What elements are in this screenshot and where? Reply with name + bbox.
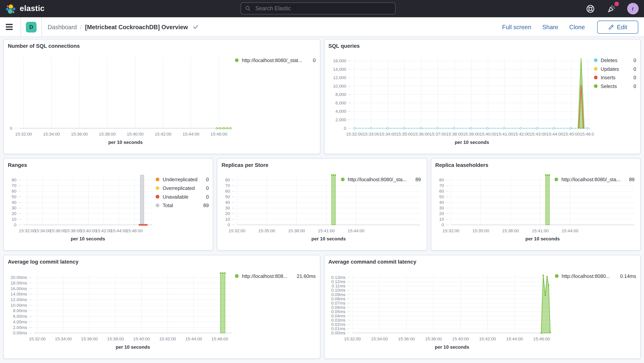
legend-value: 0 xyxy=(206,185,209,191)
svg-text:10.00ms: 10.00ms xyxy=(11,303,27,308)
svg-text:60: 60 xyxy=(439,189,444,194)
svg-text:60: 60 xyxy=(225,189,230,194)
avatar[interactable]: r xyxy=(627,3,639,15)
appbar-right: r xyxy=(584,3,644,15)
divider xyxy=(20,17,21,37)
svg-text:4.00ms: 4.00ms xyxy=(13,319,27,324)
full-screen-button[interactable]: Full screen xyxy=(502,24,531,30)
svg-text:10: 10 xyxy=(12,217,16,222)
legend-item[interactable]: Overreplicated0 xyxy=(156,184,209,192)
svg-text:15:44:00: 15:44:00 xyxy=(562,228,578,233)
svg-text:0.00ms: 0.00ms xyxy=(13,330,27,335)
breadcrumb-dashboard[interactable]: Dashboard xyxy=(48,24,77,30)
svg-text:30: 30 xyxy=(439,206,444,210)
svg-text:15:40:00: 15:40:00 xyxy=(127,132,144,137)
legend-item[interactable]: http://localhost:8080...0.14ms xyxy=(555,272,636,280)
svg-text:0.03ms: 0.03ms xyxy=(331,318,345,322)
legend-item[interactable]: http://localhost:808...21.60ms xyxy=(235,272,316,280)
chart-average-log-commit-latency[interactable]: 0.00ms2.00ms4.00ms6.00ms8.00ms10.00ms12.… xyxy=(8,267,235,354)
svg-text:15:34:00: 15:34:00 xyxy=(55,336,72,341)
legend-dot-icon xyxy=(235,274,239,278)
svg-text:0.10ms: 0.10ms xyxy=(331,288,345,293)
svg-text:15:44:00: 15:44:00 xyxy=(182,132,200,137)
svg-text:15:35:00: 15:35:00 xyxy=(258,228,275,233)
kibana-app: elastic xyxy=(0,0,644,363)
legend-item[interactable]: http://localhost:8080/_stat...0 xyxy=(235,56,316,65)
svg-text:20.00ms: 20.00ms xyxy=(11,275,27,280)
legend-dot-icon xyxy=(594,58,598,62)
legend-dot-icon xyxy=(594,67,598,71)
svg-text:15:42:00: 15:42:00 xyxy=(159,336,176,341)
legend-item[interactable]: http://localhost:8080/_sta...89 xyxy=(341,175,421,184)
svg-text:15:32:00: 15:32:00 xyxy=(15,132,32,137)
legend-dot-icon xyxy=(156,203,160,207)
panel-title: Number of SQL connections xyxy=(8,43,316,49)
svg-text:15:44:00: 15:44:00 xyxy=(348,228,364,233)
elastic-logo-icon xyxy=(6,4,16,14)
legend-label: http://localhost:8080/_sta... xyxy=(348,177,412,182)
legend-value: 0 xyxy=(633,83,636,89)
legend-value: 0 xyxy=(633,66,636,72)
space-badge[interactable]: D xyxy=(26,22,36,32)
svg-text:80: 80 xyxy=(439,178,444,182)
clone-button[interactable]: Clone xyxy=(569,24,585,30)
chart-legend: http://localhost:808...21.60ms xyxy=(235,267,316,354)
chart-number-of-sql-connections[interactable]: 015:32:0015:34:0015:36:0015:38:0015:40:0… xyxy=(8,51,235,150)
svg-text:12.00ms: 12.00ms xyxy=(11,297,27,302)
menu-button[interactable] xyxy=(6,22,16,32)
svg-text:15:36:00: 15:36:00 xyxy=(81,336,98,341)
svg-text:6.00ms: 6.00ms xyxy=(13,314,27,319)
svg-text:15:36:00: 15:36:00 xyxy=(412,132,429,137)
svg-text:30: 30 xyxy=(225,206,230,210)
svg-text:15:41:00: 15:41:00 xyxy=(532,228,548,233)
legend-dot-icon xyxy=(156,195,160,199)
legend-dot-icon xyxy=(554,178,558,181)
svg-text:per 10 seconds: per 10 seconds xyxy=(434,344,469,350)
svg-text:2,000: 2,000 xyxy=(335,117,346,122)
svg-text:0: 0 xyxy=(10,126,12,131)
legend-label: Selects xyxy=(601,83,630,89)
svg-text:15:44:00: 15:44:00 xyxy=(506,336,523,341)
breadcrumb: Dashboard / [Metricbeat CockroachDB] Ove… xyxy=(48,24,198,30)
news-button[interactable] xyxy=(606,3,617,15)
chart-average-command-commit-latency[interactable]: 0.00ms0.01ms0.02ms0.03ms0.04ms0.05ms0.06… xyxy=(328,267,554,354)
svg-text:40: 40 xyxy=(225,200,230,205)
legend-item[interactable]: Inserts0 xyxy=(594,73,636,82)
svg-text:15:38:00: 15:38:00 xyxy=(99,132,116,137)
svg-text:10: 10 xyxy=(439,217,444,222)
chart-legend: http://localhost:8080...0.14ms xyxy=(555,267,636,354)
breadcrumb-separator: / xyxy=(80,24,82,30)
svg-text:15:36:00: 15:36:00 xyxy=(398,336,415,341)
legend-item[interactable]: Deletes0 xyxy=(594,56,636,65)
breadcrumb-current: [Metricbeat CockroachDB] Overview xyxy=(85,24,188,30)
svg-text:15:32:00: 15:32:00 xyxy=(29,336,46,341)
check-icon[interactable] xyxy=(193,24,198,30)
legend-item[interactable]: Selects0 xyxy=(594,82,636,91)
chart-legend: http://localhost:8080/_sta...89 xyxy=(554,175,634,184)
legend-item[interactable]: Unavailable0 xyxy=(156,192,209,201)
app-bar: elastic xyxy=(0,0,644,17)
legend-label: Unavailable xyxy=(163,194,203,200)
legend-label: Overreplicated xyxy=(163,185,203,191)
panel-replica-leaseholders: Replica leaseholders 0102030405060708015… xyxy=(431,158,641,251)
search-input[interactable] xyxy=(255,5,391,12)
panel-title: SQL queries xyxy=(328,43,636,49)
avatar-initial: r xyxy=(632,6,634,12)
legend-item[interactable]: Total89 xyxy=(156,201,209,210)
svg-text:0.00ms: 0.00ms xyxy=(331,330,345,335)
svg-text:0: 0 xyxy=(344,126,346,131)
help-button[interactable] xyxy=(584,3,596,15)
legend-item[interactable]: Underreplicated0 xyxy=(156,175,209,184)
brand[interactable]: elastic xyxy=(0,4,45,14)
global-search[interactable] xyxy=(241,3,396,15)
legend-value: 0.14ms xyxy=(620,273,636,279)
chart-sql-queries[interactable]: 02,0004,0006,0008,00010,00012,00014,0001… xyxy=(328,51,594,150)
legend-item[interactable]: Updates0 xyxy=(594,65,636,73)
svg-text:20: 20 xyxy=(225,211,230,216)
edit-button[interactable]: Edit xyxy=(597,20,638,34)
legend-item[interactable]: http://localhost:8080/_sta...89 xyxy=(554,175,634,184)
svg-text:15:42:00: 15:42:00 xyxy=(479,336,496,341)
svg-text:per 10 seconds: per 10 seconds xyxy=(108,140,142,145)
chart-ranges[interactable]: 0102030405060708015:32:0015:34:0015:36:0… xyxy=(8,170,156,246)
share-button[interactable]: Share xyxy=(542,24,558,30)
